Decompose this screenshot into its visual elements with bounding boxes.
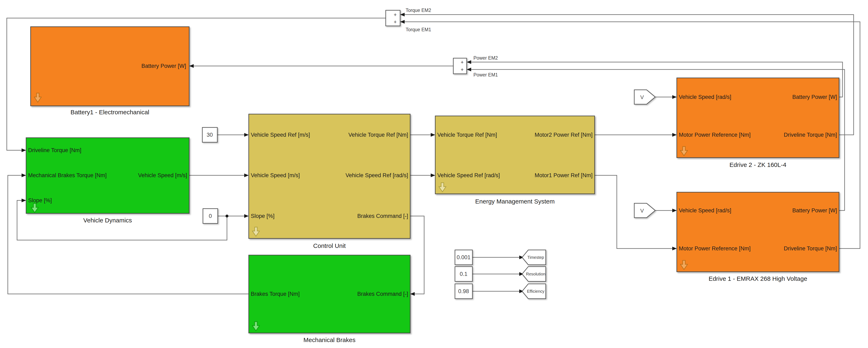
- constant-slope[interactable]: 0: [203, 209, 218, 224]
- constant-resolution[interactable]: 0.1: [455, 267, 472, 281]
- port-label-vehicle-speed: Vehicle Speed [m/s]: [138, 172, 187, 178]
- arrowhead-icon: [244, 173, 249, 177]
- port-label-vehicle-speed-ref-in: Vehicle Speed Ref [rad/s]: [437, 172, 500, 178]
- subsystem-vehicle-dynamics[interactable]: Driveline Torque [Nm] Mechanical Brakes …: [26, 138, 189, 224]
- block-caption: Mechanical Brakes: [303, 337, 355, 343]
- block-body[interactable]: [677, 192, 839, 272]
- constant-value: 0.001: [457, 254, 471, 260]
- arrowhead-icon: [244, 214, 249, 218]
- tag-label: V: [640, 208, 644, 214]
- block-body[interactable]: [435, 116, 595, 194]
- arrowhead-icon: [672, 246, 677, 250]
- port-label-battery-power-out: Battery Power [W]: [792, 94, 837, 100]
- block-caption: Edrive 2 - ZK 160L-4: [730, 162, 786, 168]
- constant-value: 0.1: [460, 271, 467, 277]
- wire-vehicle-speed-to-control-unit[interactable]: [189, 173, 249, 177]
- tag-label: Timestep: [527, 255, 544, 260]
- port-label-slope: Slope [%]: [28, 197, 52, 203]
- sum-block-power[interactable]: + +: [453, 58, 467, 74]
- tag-body[interactable]: [634, 203, 655, 218]
- port-label-battery-power-out: Battery Power [W]: [792, 207, 837, 213]
- subsystem-control-unit[interactable]: Vehicle Speed Ref [m/s] Vehicle Speed [m…: [249, 114, 410, 249]
- wire-from-v-to-edrive1[interactable]: [655, 209, 677, 212]
- constant-efficiency[interactable]: 0.98: [455, 284, 472, 299]
- arrowhead-icon: [400, 13, 405, 17]
- wire-motor2-power-ref-to-edrive2[interactable]: [595, 133, 677, 137]
- port-label-motor-power-reference-in: Motor Power Reference [Nm]: [679, 245, 751, 252]
- port-label-brakes-command-out: Brakes Command [-]: [357, 213, 408, 219]
- constant-value: 0: [209, 213, 212, 219]
- subsystem-battery[interactable]: Battery Power [W] Battery1 - Electromech…: [31, 27, 189, 116]
- port-label-motor2-power-ref-out: Motor2 Power Ref [Nm]: [535, 132, 593, 138]
- wire-segment[interactable]: [410, 216, 424, 294]
- subsystem-edrive2[interactable]: Vehicle Speed [rad/s] Motor Power Refere…: [677, 78, 839, 168]
- block-caption: Control Unit: [313, 242, 346, 249]
- tag-label: Resolution: [526, 272, 546, 276]
- port-label-battery-power: Battery Power [W]: [141, 63, 186, 69]
- arrowhead-icon: [189, 64, 194, 68]
- block-caption: Edrive 1 - EMRAX 268 High Voltage: [709, 275, 807, 282]
- constant-value: 0.98: [458, 288, 469, 294]
- wire-from-v-to-edrive2[interactable]: [655, 95, 677, 99]
- wire-power-sum-to-battery[interactable]: [189, 64, 453, 68]
- goto-tag-timestep[interactable]: Timestep: [522, 250, 546, 265]
- signal-label-torque-em2: Torque EM2: [406, 8, 431, 13]
- arrowhead-icon: [22, 173, 26, 177]
- constant-vehicle-speed-ref[interactable]: 30: [202, 127, 217, 142]
- wire-brakes-command-to-mechanical-brakes[interactable]: [410, 216, 424, 296]
- port-label-vehicle-speed-in: Vehicle Speed [rad/s]: [679, 94, 731, 100]
- arrowhead-icon: [244, 133, 249, 137]
- wire-segment[interactable]: [595, 175, 673, 249]
- subsystem-mechanical-brakes[interactable]: Brakes Torque [Nm] Brakes Command [-] Me…: [249, 255, 410, 343]
- sum-sign: +: [394, 12, 397, 18]
- wire-efficiency[interactable]: [472, 289, 524, 293]
- arrowhead-icon: [22, 199, 26, 202]
- port-label-brakes-command-in: Brakes Command [-]: [357, 291, 408, 297]
- from-tag-v-edrive2[interactable]: V: [634, 90, 655, 104]
- port-label-brakes-torque-out: Brakes Torque [Nm]: [251, 291, 300, 297]
- diagram-canvas[interactable]: Torque EM2 Torque EM1 Power EM2 Power EM…: [0, 0, 868, 348]
- arrowhead-icon: [467, 60, 471, 64]
- block-body[interactable]: [677, 78, 839, 158]
- sum-block-torque[interactable]: + +: [386, 10, 400, 26]
- wire-slope-const-to-control-unit[interactable]: [218, 214, 249, 218]
- wire-timestep[interactable]: [472, 256, 524, 259]
- goto-tag-efficiency[interactable]: Efficiency: [522, 284, 546, 299]
- port-label-vehicle-speed-ref-in: Vehicle Speed Ref [m/s]: [251, 132, 310, 138]
- goto-tag-resolution[interactable]: Resolution: [522, 267, 546, 281]
- arrowhead-icon: [22, 148, 26, 152]
- port-label-driveline-torque-out: Driveline Torque [Nm]: [784, 245, 837, 252]
- constant-value: 30: [207, 132, 213, 138]
- wire-vehicle-torque-ref-to-ems[interactable]: [410, 133, 435, 137]
- subsystem-edrive1[interactable]: Vehicle Speed [rad/s] Motor Power Refere…: [677, 192, 839, 282]
- port-label-vehicle-speed-in: Vehicle Speed [m/s]: [251, 172, 300, 178]
- signal-label-power-em2: Power EM2: [473, 55, 498, 61]
- port-label-motor1-power-ref-out: Motor1 Power Ref [Nm]: [535, 172, 593, 178]
- arrowhead-icon: [431, 133, 435, 137]
- port-label-slope-in: Slope [%]: [251, 213, 275, 219]
- block-caption: Energy Management System: [475, 198, 555, 205]
- wire-vehicle-speed-ref-to-ems[interactable]: [410, 173, 435, 177]
- sum-body[interactable]: [453, 58, 467, 74]
- arrowhead-icon: [400, 20, 405, 24]
- port-label-vehicle-torque-ref-in: Vehicle Torque Ref [Nm]: [437, 132, 497, 138]
- wire-speed-ref-const-to-control-unit[interactable]: [217, 133, 249, 137]
- sum-body[interactable]: [386, 10, 400, 26]
- constant-timestep[interactable]: 0.001: [455, 250, 472, 265]
- signal-label-torque-em1: Torque EM1: [406, 27, 431, 32]
- port-label-driveline-torque-out: Driveline Torque [Nm]: [784, 132, 837, 138]
- port-label-mechanical-brakes-torque: Mechanical Brakes Torque [Nm]: [28, 172, 106, 178]
- signal-label-power-em1: Power EM1: [473, 72, 498, 78]
- sum-sign: +: [394, 19, 397, 25]
- port-label-vehicle-speed-ref-out: Vehicle Speed Ref [rad/s]: [345, 172, 408, 178]
- port-label-vehicle-torque-ref-out: Vehicle Torque Ref [Nm]: [348, 132, 408, 138]
- arrowhead-icon: [431, 173, 435, 177]
- port-label-motor-power-reference-in: Motor Power Reference [Nm]: [679, 132, 751, 138]
- tag-body[interactable]: [634, 90, 655, 104]
- from-tag-v-edrive1[interactable]: V: [634, 203, 655, 218]
- wire-resolution[interactable]: [472, 272, 524, 276]
- subsystem-energy-management-system[interactable]: Vehicle Torque Ref [Nm] Vehicle Speed Re…: [435, 116, 595, 205]
- arrowhead-icon: [672, 95, 677, 99]
- tag-label: Efficiency: [527, 289, 544, 293]
- block-caption: Battery1 - Electromechanical: [70, 109, 149, 116]
